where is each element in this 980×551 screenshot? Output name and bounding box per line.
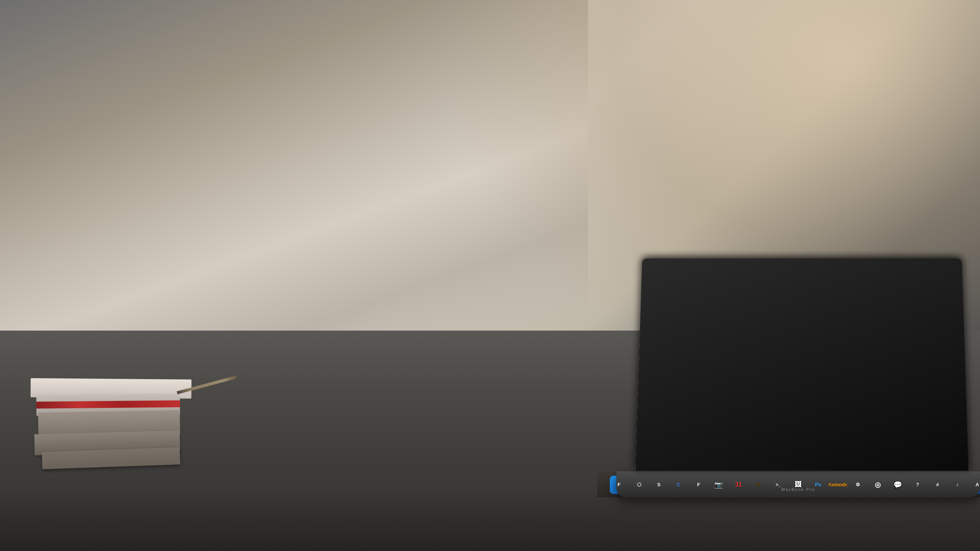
dock-illustrator-label: Komodo xyxy=(829,482,847,487)
background-scene: Komodo File Edit Code Navigation View Pr… xyxy=(0,0,980,551)
dock-music-label: ♪ xyxy=(956,482,959,487)
dock-facetime-label: 📷 xyxy=(714,481,723,489)
dock-numbers-label: # xyxy=(936,482,939,487)
dock-messages-label: 💬 xyxy=(893,481,902,489)
dock-safari-label: S xyxy=(657,482,661,487)
dock-photos-label: ◎ xyxy=(875,481,881,489)
books-stack xyxy=(31,390,207,467)
book-red-band xyxy=(36,400,180,408)
dock-photoshop-label: Ps xyxy=(815,482,821,487)
dock-preview-label: 🖼 xyxy=(795,481,802,489)
laptop-container: Komodo File Edit Code Navigation View Pr… xyxy=(597,230,980,497)
dock-launchpad-label: ⬡ xyxy=(637,482,641,487)
dock-finder-label: F xyxy=(617,482,621,487)
dock-firefox-label: F xyxy=(697,482,700,487)
dock-system-label: ⚙ xyxy=(856,482,860,487)
dock-notes-label: N xyxy=(756,482,760,487)
dock-calendar-label: 31 xyxy=(735,481,742,488)
dock-appstore-label: A xyxy=(975,482,979,487)
dock-misc-1-label: ? xyxy=(916,482,919,487)
laptop-screen-outer xyxy=(635,259,969,471)
dock-chrome-label: C xyxy=(677,482,680,487)
dock-iterm-label: >_ xyxy=(776,482,781,487)
